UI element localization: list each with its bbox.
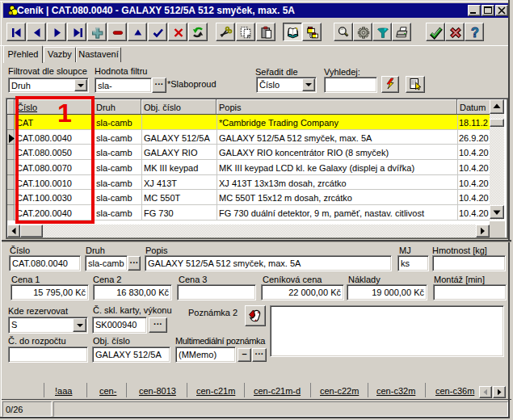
svg-text:?: ?: [471, 26, 479, 40]
